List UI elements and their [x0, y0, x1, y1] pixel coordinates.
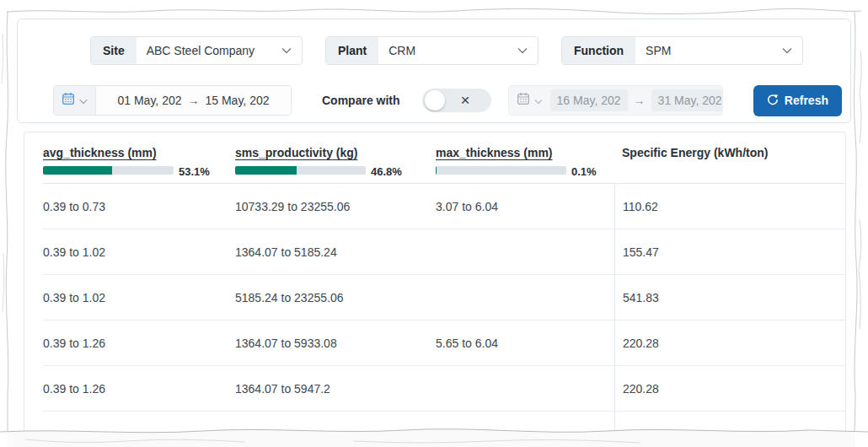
- table-row: 0.39 to 1.26 1364.07 to 5947.2 220.28: [43, 366, 845, 412]
- compare-date-range-picker: 16 May, 202 → 31 May, 202: [508, 85, 723, 116]
- table-row: 0.39 to 1.02 1364.07 to 5185.24 155.47: [43, 229, 845, 275]
- column-header-sms-productivity[interactable]: sms_productivity (kg) 46.8%: [235, 145, 436, 183]
- cell-specific-energy: 110.62: [614, 184, 845, 229]
- column-header-specific-energy: Specific Energy (kWh/ton): [614, 145, 845, 183]
- table-row: 0.39 to 0.73 10733.29 to 23255.06 3.07 t…: [43, 184, 845, 229]
- filter-row-selectors: Site ABC Steel Company Plant CRM Functio…: [90, 36, 842, 65]
- column-label: max_thickness (mm): [436, 146, 553, 159]
- cell-avg-thickness: 0.39 to 1.26: [43, 366, 235, 412]
- plant-select-value: CRM: [378, 37, 517, 64]
- cell-sms-productivity: 1364.07 to 5947.2: [235, 366, 436, 412]
- cell-max-thickness: [436, 275, 614, 320]
- arrow-right-icon: →: [188, 94, 200, 107]
- chevron-down-icon: [517, 37, 538, 64]
- chevron-down-icon: [79, 93, 88, 108]
- table-row-partial: [43, 412, 845, 447]
- bins-table: avg_thickness (mm) 53.1% sms_productivit…: [24, 132, 846, 447]
- cell-specific-energy: 155.47: [614, 229, 845, 275]
- cell-avg-thickness: 0.39 to 1.02: [43, 229, 235, 275]
- end-date: 15 May, 202: [206, 94, 270, 107]
- start-date: 01 May, 202: [117, 94, 181, 107]
- column-weight-percent: 0.1%: [571, 165, 597, 178]
- column-weight-bar: [43, 166, 174, 175]
- column-label: Specific Energy (kWh/ton): [622, 146, 768, 159]
- site-select-label: Site: [91, 37, 137, 64]
- cell-max-thickness: [436, 366, 614, 412]
- cell-sms-productivity: 1364.07 to 5185.24: [235, 229, 436, 275]
- cell-avg-thickness: 0.39 to 1.02: [43, 275, 235, 320]
- column-weight-percent: 46.8%: [371, 165, 402, 178]
- cell-max-thickness: [436, 229, 614, 275]
- column-header-max-thickness[interactable]: max_thickness (mm) 0.1%: [436, 145, 614, 183]
- compare-date-range-value: 16 May, 202 → 31 May, 202: [550, 86, 723, 115]
- arrow-right-icon: →: [634, 94, 646, 107]
- cell-sms-productivity: 10733.29 to 23255.06: [235, 184, 436, 229]
- primary-date-range-value[interactable]: 01 May, 202 → 15 May, 202: [96, 86, 291, 115]
- refresh-button[interactable]: Refresh: [753, 85, 842, 116]
- cell-specific-energy: 220.28: [614, 320, 845, 366]
- refresh-button-label: Refresh: [785, 94, 828, 107]
- calendar-button[interactable]: [54, 86, 96, 115]
- start-date: 16 May, 202: [550, 89, 628, 111]
- table-row: 0.39 to 1.26 1364.07 to 5933.08 5.65 to …: [43, 320, 845, 366]
- column-header-avg-thickness[interactable]: avg_thickness (mm) 53.1%: [43, 145, 235, 183]
- cell-avg-thickness: 0.39 to 1.26: [43, 320, 235, 366]
- function-select-value: SPM: [635, 37, 782, 64]
- site-select-value: ABC Steel Company: [137, 37, 281, 64]
- cell-max-thickness: 3.07 to 6.04: [436, 184, 614, 229]
- toggle-knob: [425, 90, 445, 110]
- cell-specific-energy: 541.83: [614, 275, 845, 320]
- site-select[interactable]: Site ABC Steel Company: [90, 36, 303, 65]
- end-date: 31 May, 202: [651, 89, 723, 111]
- chevron-down-icon: [534, 93, 543, 108]
- refresh-icon: [767, 94, 779, 108]
- primary-date-range-picker[interactable]: 01 May, 202 → 15 May, 202: [53, 85, 292, 116]
- chevron-down-icon: [782, 37, 802, 64]
- filter-panel: Site ABC Steel Company Plant CRM Functio…: [17, 19, 851, 123]
- column-weight-bar: [436, 166, 566, 175]
- chevron-down-icon: [281, 37, 302, 64]
- column-label: sms_productivity (kg): [235, 146, 357, 159]
- cell-avg-thickness: 0.39 to 0.73: [43, 184, 235, 229]
- column-weight-bar: [235, 166, 366, 175]
- toggle-off-x-icon: ×: [461, 92, 470, 108]
- compare-toggle[interactable]: ×: [422, 89, 491, 112]
- plant-select-label: Plant: [326, 37, 378, 64]
- calendar-icon: [62, 92, 75, 109]
- table-header-row: avg_thickness (mm) 53.1% sms_productivit…: [43, 132, 845, 184]
- column-label: avg_thickness (mm): [43, 146, 157, 159]
- compare-with-label: Compare with: [322, 94, 400, 107]
- table-row: 0.39 to 1.02 5185.24 to 23255.06 541.83: [43, 275, 845, 320]
- cell-sms-productivity: 5185.24 to 23255.06: [235, 275, 436, 320]
- calendar-icon: [517, 92, 530, 109]
- function-select-label: Function: [562, 37, 635, 64]
- filter-row-dates: 01 May, 202 → 15 May, 202 Compare with ×: [18, 84, 842, 116]
- cell-sms-productivity: 1364.07 to 5933.08: [235, 320, 436, 366]
- dashboard-screen: Site ABC Steel Company Plant CRM Functio…: [0, 0, 868, 447]
- function-select[interactable]: Function SPM: [561, 36, 803, 65]
- cell-max-thickness: 5.65 to 6.04: [436, 320, 614, 366]
- plant-select[interactable]: Plant CRM: [325, 36, 538, 65]
- calendar-button-disabled: [509, 86, 550, 115]
- column-weight-percent: 53.1%: [179, 165, 210, 178]
- cell-specific-energy: 220.28: [614, 366, 845, 412]
